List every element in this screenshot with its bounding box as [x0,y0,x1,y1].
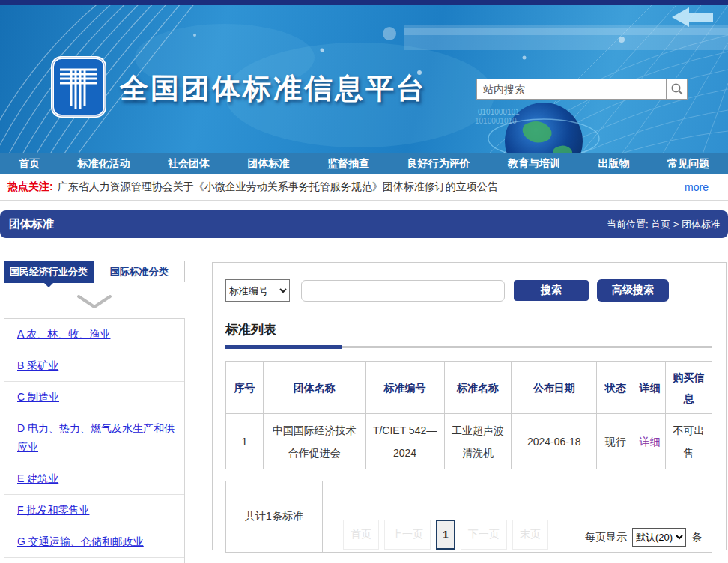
nav-item-good-behavior[interactable]: 良好行为评价 [407,157,470,171]
breadcrumb-label: 当前位置: [607,219,649,230]
content-area: 国民经济行业分类 国际标准分类 A 农、林、牧、渔业 B 采矿业 C 制造业 D… [0,238,728,563]
search-field-select[interactable]: 标准编号 [225,279,290,302]
category-link-a[interactable]: A 农、林、牧、渔业 [17,328,110,340]
page-title: 团体标准 [9,217,54,231]
col-header-std-name: 标准名称 [444,362,512,414]
section-header-bar: 团体标准 当前位置: 首页 > 团体标准 [0,210,728,238]
page-size-label: 每页显示 [585,531,627,544]
hot-news-bar: 热点关注: 广东省人力资源管理协会关于《小微企业劳动关系事务托管服务规范》团体标… [0,174,728,201]
cell-std-name: 工业超声波清洗机 [444,414,512,469]
cell-org: 中国国际经济技术合作促进会 [263,414,365,469]
col-header-detail: 详细 [634,362,666,414]
breadcrumb-current-link[interactable]: 团体标准 [682,219,721,230]
search-button[interactable]: 搜索 [514,280,589,301]
category-link-g[interactable]: G 交通运输、仓储和邮政业 [17,535,144,547]
search-icon [670,82,684,96]
site-title: 全国团体标准信息平台 [120,70,427,108]
list-item: D 电力、热力、燃气及水生产和供应业 [4,413,184,463]
table-footer: 共计1条标准 首页 上一页 1 下一页 末页 每页显示 默认(20) [225,481,712,553]
site-search-button[interactable] [667,79,688,100]
more-link[interactable]: more [685,181,709,193]
standard-list-title: 标准列表 [225,321,713,338]
nav-item-supervision[interactable]: 监督抽查 [327,157,369,171]
col-header-status: 状态 [597,362,634,414]
main-nav: 首页 标准化活动 社会团体 团体标准 监督抽查 良好行为评价 教育与培训 出版物… [0,153,728,174]
cell-pub-date: 2024-06-18 [512,414,597,469]
col-header-pub-date: 公布日期 [512,362,597,414]
category-tabs: 国民经济行业分类 国际标准分类 [4,261,185,283]
pagination-first-button[interactable]: 首页 [343,520,379,550]
hot-news-link[interactable]: 广东省人力资源管理协会关于《小微企业劳动关系事务托管服务规范》团体标准修订的立项… [58,180,685,194]
top-strip [0,0,728,5]
pagination-last-button[interactable]: 末页 [512,520,548,550]
page-size-unit: 条 [691,531,702,544]
category-link-f[interactable]: F 批发和零售业 [17,504,89,516]
svg-text:1010001010: 1010001010 [475,117,517,125]
col-header-index: 序号 [226,362,264,414]
svg-text:0101000101: 0101000101 [478,108,520,116]
standards-table: 序号 团体名称 标准编号 标准名称 公布日期 状态 详细 购买信息 1 中国国际… [225,361,712,469]
list-item: E 建筑业 [4,463,184,495]
category-link-b[interactable]: B 采矿业 [17,359,58,371]
nav-item-social-organizations[interactable]: 社会团体 [168,157,210,171]
pagination-prev-button[interactable]: 上一页 [384,520,431,550]
standard-search-input[interactable] [301,280,505,302]
hot-news-label: 热点关注: [7,180,53,194]
category-link-d[interactable]: D 电力、热力、燃气及水生产和供应业 [17,422,175,453]
col-header-org: 团体名称 [263,362,365,414]
advanced-search-button[interactable]: 高级搜索 [597,279,669,302]
standard-search-form: 标准编号 搜索 高级搜索 [225,279,713,302]
category-link-e[interactable]: E 建筑业 [17,472,58,484]
cell-std-no: T/CIET 542—2024 [365,414,444,469]
banner: 0101000101 1010001010 全国团体标准信息平台 [0,5,728,153]
page-size-control: 每页显示 默认(20) 条 [585,528,702,547]
chevron-down-icon [76,294,112,312]
cell-index: 1 [226,414,264,469]
category-list: A 农、林、牧、渔业 B 采矿业 C 制造业 D 电力、热力、燃气及水生产和供应… [4,318,185,563]
breadcrumb: 当前位置: 首页 > 团体标准 [607,218,721,231]
nav-item-standardization-activities[interactable]: 标准化活动 [78,157,130,171]
pagination-current-page[interactable]: 1 [436,520,455,550]
tab-international-standard-classification[interactable]: 国际标准分类 [94,261,185,282]
breadcrumb-separator: > [673,219,679,230]
cell-status: 现行 [597,414,634,469]
platform-logo[interactable] [51,56,106,118]
site-search [476,79,688,100]
breadcrumb-home-link[interactable]: 首页 [651,219,670,230]
site-search-input[interactable] [476,79,667,100]
category-link-c[interactable]: C 制造业 [17,391,59,403]
category-sidebar: 国民经济行业分类 国际标准分类 A 农、林、牧、渔业 B 采矿业 C 制造业 D… [4,261,185,563]
col-header-purchase: 购买信息 [666,362,712,414]
list-item: F 批发和零售业 [4,495,184,526]
page: 0101000101 1010001010 全国团体标准信息平台 首页 标准化活 [0,0,728,563]
nav-item-publications[interactable]: 出版物 [598,157,630,171]
nav-item-faq[interactable]: 常见问题 [667,157,709,171]
nav-item-education-training[interactable]: 教育与培训 [508,157,560,171]
cell-detail: 详细 [634,414,666,469]
nav-item-home[interactable]: 首页 [19,157,40,171]
tab-national-economy-classification[interactable]: 国民经济行业分类 [4,261,94,283]
detail-link[interactable]: 详细 [640,436,661,448]
list-item: B 采矿业 [4,350,184,382]
table-header-row: 序号 团体名称 标准编号 标准名称 公布日期 状态 详细 购买信息 [226,362,712,414]
standards-panel: 标准编号 搜索 高级搜索 标准列表 序号 团体名称 标准编号 [212,262,727,550]
pagination-area: 首页 上一页 1 下一页 末页 每页显示 默认(20) 条 [323,481,712,552]
page-size-select[interactable]: 默认(20) [632,528,686,547]
nav-item-group-standards[interactable]: 团体标准 [248,157,290,171]
list-item: G 交通运输、仓储和邮政业 [4,526,184,558]
table-row: 1 中国国际经济技术合作促进会 T/CIET 542—2024 工业超声波清洗机… [226,414,712,469]
col-header-std-no: 标准编号 [365,362,444,414]
list-item: C 制造业 [4,382,184,413]
total-count: 共计1条标准 [226,481,323,552]
pagination-next-button[interactable]: 下一页 [461,520,507,550]
cell-purchase: 不可出售 [666,414,712,469]
pagination: 首页 上一页 1 下一页 末页 [343,520,548,550]
title-underline [225,346,712,348]
list-item: A 农、林、牧、渔业 [4,319,184,350]
